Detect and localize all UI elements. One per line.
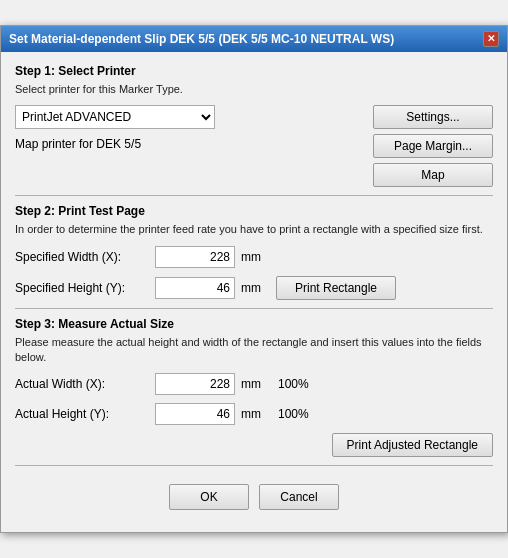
step1-right: Settings... Page Margin... Map — [373, 105, 493, 187]
step3-desc: Please measure the actual height and wid… — [15, 335, 493, 366]
step1-main: PrintJet ADVANCED Map printer for DEK 5/… — [15, 105, 493, 187]
actual-height-percent: 100% — [278, 407, 318, 421]
step3-section: Step 3: Measure Actual Size Please measu… — [15, 317, 493, 458]
map-row: Map printer for DEK 5/5 — [15, 137, 363, 151]
specified-width-row: Specified Width (X): mm — [15, 246, 493, 268]
step1-label: Step 1: Select Printer — [15, 64, 493, 78]
step2-label: Step 2: Print Test Page — [15, 204, 493, 218]
settings-button[interactable]: Settings... — [373, 105, 493, 129]
actual-height-row: Actual Height (Y): mm 100% — [15, 403, 493, 425]
actual-width-input[interactable] — [155, 373, 235, 395]
map-label: Map printer for DEK 5/5 — [15, 137, 141, 151]
actual-width-row: Actual Width (X): mm 100% — [15, 373, 493, 395]
actual-width-unit: mm — [241, 377, 266, 391]
specified-height-label: Specified Height (Y): — [15, 281, 155, 295]
title-bar: Set Material-dependent Slip DEK 5/5 (DEK… — [1, 26, 507, 52]
divider-1 — [15, 195, 493, 196]
ok-button[interactable]: OK — [169, 484, 249, 510]
cancel-button[interactable]: Cancel — [259, 484, 339, 510]
dialog-content: Step 1: Select Printer Select printer fo… — [1, 52, 507, 533]
step3-label: Step 3: Measure Actual Size — [15, 317, 493, 331]
specified-height-unit: mm — [241, 281, 266, 295]
printer-row: PrintJet ADVANCED — [15, 105, 363, 129]
step1-desc: Select printer for this Marker Type. — [15, 82, 493, 97]
print-adj-row: Print Adjusted Rectangle — [15, 433, 493, 457]
actual-height-input[interactable] — [155, 403, 235, 425]
specified-width-label: Specified Width (X): — [15, 250, 155, 264]
page-margin-button[interactable]: Page Margin... — [373, 134, 493, 158]
step2-desc: In order to determine the printer feed r… — [15, 222, 493, 237]
dialog-window: Set Material-dependent Slip DEK 5/5 (DEK… — [0, 25, 508, 534]
map-button[interactable]: Map — [373, 163, 493, 187]
step2-section: Step 2: Print Test Page In order to dete… — [15, 204, 493, 299]
actual-width-percent: 100% — [278, 377, 318, 391]
window-title: Set Material-dependent Slip DEK 5/5 (DEK… — [9, 32, 394, 46]
specified-width-input[interactable] — [155, 246, 235, 268]
close-button[interactable]: ✕ — [483, 31, 499, 47]
footer-buttons: OK Cancel — [15, 474, 493, 522]
print-adjusted-rectangle-button[interactable]: Print Adjusted Rectangle — [332, 433, 493, 457]
actual-height-unit: mm — [241, 407, 266, 421]
actual-width-label: Actual Width (X): — [15, 377, 155, 391]
print-rect-btn-wrap: Print Rectangle — [276, 276, 396, 300]
step1-section: Step 1: Select Printer Select printer fo… — [15, 64, 493, 187]
actual-height-label: Actual Height (Y): — [15, 407, 155, 421]
specified-height-row: Specified Height (Y): mm Print Rectangle — [15, 276, 493, 300]
specified-width-unit: mm — [241, 250, 266, 264]
print-rectangle-button[interactable]: Print Rectangle — [276, 276, 396, 300]
specified-height-input[interactable] — [155, 277, 235, 299]
divider-3 — [15, 465, 493, 466]
step1-left: PrintJet ADVANCED Map printer for DEK 5/… — [15, 105, 363, 151]
close-icon: ✕ — [487, 33, 495, 44]
divider-2 — [15, 308, 493, 309]
printer-select[interactable]: PrintJet ADVANCED — [15, 105, 215, 129]
